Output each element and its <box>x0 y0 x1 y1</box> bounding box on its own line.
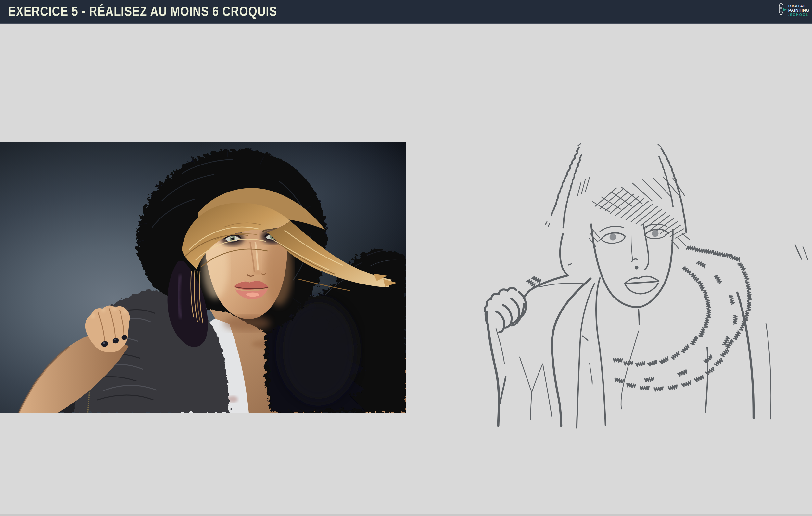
header-bar: EXERCICE 5 - RÉALISEZ AU MOINS 6 CROQUIS… <box>0 0 812 24</box>
sketch-lips <box>625 276 659 294</box>
sketch-hand <box>485 288 526 332</box>
brand-text: DIGITAL PAINTING .SCHOOL <box>788 4 809 17</box>
sketch-shoulder-line <box>524 275 585 298</box>
sketch-stray-marks <box>795 245 808 260</box>
footer-strip <box>0 514 812 516</box>
sketch-left-eye <box>599 226 625 243</box>
sketch-canvas <box>455 137 812 436</box>
brand-line-3: .SCHOOL <box>788 13 809 17</box>
sketch-fur-collar-squiggles <box>613 246 751 391</box>
page-title: EXERCICE 5 - RÉALISEZ AU MOINS 6 CROQUIS <box>8 4 277 19</box>
sketch-face-outline <box>591 224 673 325</box>
brand-line-2: PAINTING <box>788 8 809 12</box>
sketch-hat-left-spike <box>545 144 581 275</box>
pencil-icon <box>776 2 787 19</box>
slide: EXERCICE 5 - RÉALISEZ AU MOINS 6 CROQUIS… <box>0 0 812 516</box>
brand-logo: DIGITAL PAINTING .SCHOOL <box>776 2 809 19</box>
reference-photo <box>0 142 406 413</box>
sketch-nose <box>631 224 649 270</box>
